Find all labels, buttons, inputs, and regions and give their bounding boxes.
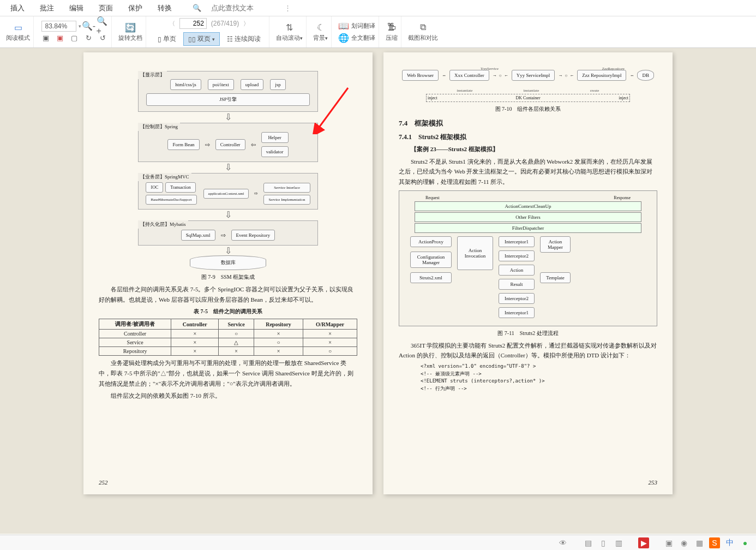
dict-icon[interactable]: 📖 — [338, 21, 349, 32]
table-row: Service×△○× — [99, 338, 357, 347]
sb-s-icon[interactable]: S — [709, 537, 720, 548]
page-input[interactable] — [179, 18, 207, 29]
menu-protect[interactable]: 保护 — [121, 3, 150, 13]
sb-layout2-icon[interactable]: ▯ — [598, 537, 609, 548]
fig-7-9-caption: 图 7-9 SSM 框架集成 — [99, 273, 357, 281]
rotate-group: 🔄 旋转文档 — [115, 16, 146, 47]
control-layer: 【控制层】Spring Form Bean ⇨ Controller ⇦ Hel… — [138, 123, 318, 162]
struts2-diagram: RequestResponse ActionContextCleanUp Oth… — [399, 190, 657, 326]
zoom-group: 83.84% ▾ 🔍- 🔍+ ▣ ▣ ▢ ↻ ↺ — [37, 16, 112, 47]
layout-single[interactable]: ▯单页 — [153, 32, 181, 46]
rotate-cw-icon[interactable]: ↻ — [83, 33, 94, 44]
fulltrans-icon[interactable]: 🌐 — [338, 33, 349, 44]
zoom-value[interactable]: 83.84% — [41, 21, 76, 32]
layout-continuous[interactable]: ☷连续阅读 — [222, 32, 266, 46]
document-view[interactable]: 【显示层】 html/css/js poi/itext upload jsp J… — [0, 48, 756, 534]
status-bar: 👁 ▤ ▯ ▥ ▶ ▣ ◉ ▦ S 中 ● — [0, 535, 756, 550]
read-mode-icon[interactable]: ▭ — [13, 22, 23, 33]
double-page-icon: ▯▯ — [188, 35, 196, 43]
autoscroll-icon[interactable]: ⇅ — [284, 22, 295, 33]
search-area: 🔍 ⋮ — [185, 4, 299, 12]
next-page-icon[interactable]: 〉 — [243, 20, 249, 28]
menu-bar: 插入 批注 编辑 页面 保护 转换 🔍 ⋮ — [0, 0, 756, 16]
chevron-down-icon: ▾ — [212, 37, 215, 42]
para: 各层组件之间的调用关系见表 7-5。多个 SpringIOC 容器之间可以设置为… — [99, 284, 357, 304]
menu-edit[interactable]: 编辑 — [62, 3, 91, 13]
search-icon: 🔍 — [185, 4, 209, 12]
sb-tool1-icon[interactable]: ▣ — [663, 537, 674, 548]
sb-dot-icon[interactable]: ● — [740, 537, 751, 548]
fit-width-icon[interactable]: ▣ — [40, 33, 51, 44]
arrow-down-icon: ⇩ — [135, 114, 321, 121]
fig-7-10-caption: 图 7-10 组件各层依赖关系 — [399, 105, 657, 113]
sb-tool3-icon[interactable]: ▦ — [694, 537, 705, 548]
zoom-out-icon[interactable]: 🔍- — [83, 21, 94, 32]
menu-page[interactable]: 页面 — [91, 3, 121, 13]
compress-icon[interactable]: 🗜 — [386, 22, 397, 33]
database-icon: 数据库 — [190, 255, 266, 270]
section-7-4: 7.4 框架模拟 — [399, 118, 657, 128]
chevron-down-icon: ▾ — [300, 35, 303, 41]
section-7-4-1: 7.4.1 Struts2 框架模拟 — [399, 133, 657, 142]
case-23: 【案例 23——Struts2 框架模拟】 — [399, 144, 657, 154]
table-7-5-title: 表 7-5 组件之间的调用关系 — [99, 308, 357, 315]
moon-icon[interactable]: ☾ — [315, 22, 326, 33]
layout-double[interactable]: ▯▯双页▾ — [183, 32, 220, 46]
page-number: 252 — [99, 479, 108, 486]
rotate-ccw-icon[interactable]: ↺ — [97, 33, 108, 44]
sb-lang-icon[interactable]: 中 — [724, 537, 735, 548]
autoscroll-group: ⇅ 自动滚动▾ — [273, 16, 307, 47]
page-number: 253 — [649, 479, 658, 486]
search-input[interactable] — [211, 4, 277, 12]
code-block: <?xml version="1.0" encoding="UTF-8"? > … — [421, 363, 657, 392]
page-total: (267/419) — [211, 20, 239, 27]
menu-insert[interactable]: 插入 — [3, 3, 32, 13]
actual-size-icon[interactable]: ▢ — [69, 33, 80, 44]
translate-group: 📖划词翻译 🌐全文翻译 — [335, 16, 379, 47]
sb-tool2-icon[interactable]: ◉ — [679, 537, 689, 548]
zoom-in-icon[interactable]: 🔍+ — [97, 21, 107, 32]
menu-annotate[interactable]: 批注 — [32, 3, 62, 13]
arrow-down-icon: ⇩ — [135, 164, 321, 171]
fit-page-icon[interactable]: ▣ — [55, 33, 65, 44]
read-mode-group: ▭ 阅读模式 — [3, 16, 34, 47]
table-row: Repository×××○ — [99, 347, 357, 356]
para: Struts2 不是从 Struts1 演化来的，而是从大名鼎鼎的 Webwor… — [399, 157, 657, 187]
display-layer: 【显示层】 html/css/js poi/itext upload jsp J… — [138, 71, 318, 112]
sb-play-icon[interactable]: ▶ — [638, 537, 649, 548]
rotate-label: 旋转文档 — [118, 34, 142, 42]
menu-convert[interactable]: 转换 — [150, 3, 179, 13]
continuous-icon: ☷ — [227, 35, 233, 43]
table-7-5: 调用者/被调用者ControllerServiceRepositoryO/RMa… — [99, 319, 357, 356]
rotate-doc-icon[interactable]: 🔄 — [125, 22, 136, 33]
table-row: Controller×○×× — [99, 330, 357, 338]
single-page-icon: ▯ — [158, 35, 161, 43]
para: 组件层次之间的依赖关系如图 7-10 所示。 — [99, 391, 357, 401]
compress-group: 🗜 压缩 — [382, 16, 401, 47]
read-mode-label: 阅读模式 — [6, 34, 30, 42]
compare-group: ⧉ 截图和对比 — [405, 16, 441, 47]
page-nav-group: 〈 (267/419) 〉 ▯单页 ▯▯双页▾ ☷连续阅读 — [149, 16, 269, 47]
para: 365IT 学院模拟的主要功能有 Struts2 配置文件解析，通过拦截器链实现… — [399, 340, 657, 361]
page-left: 【显示层】 html/css/js poi/itext upload jsp J… — [83, 52, 373, 494]
page-right: Web Browser↔ Xxx Controller→ ○← Yyy Serv… — [383, 52, 673, 494]
svg-line-0 — [318, 88, 348, 129]
persist-layer: 【持久化层】Mybatis SqlMap.xml ⇨ Event Reposit… — [138, 220, 318, 246]
arrow-down-icon: ⇩ — [135, 212, 321, 218]
prev-page-icon[interactable]: 〈 — [169, 20, 175, 28]
sb-layout3-icon[interactable]: ▥ — [613, 537, 624, 548]
para: 业务逻辑处理构成分为可重用与不可重用的处理，可重用的处理一般放在 SharedS… — [99, 358, 357, 388]
background-group: ☾ 背景▾ — [310, 16, 332, 47]
chevron-down-icon: ▾ — [325, 35, 328, 41]
search-more-icon[interactable]: ⋮ — [277, 4, 299, 12]
zoom-dropdown-icon[interactable]: ▾ — [79, 23, 81, 29]
compare-icon[interactable]: ⧉ — [418, 22, 429, 33]
fig-7-11-caption: 图 7-11 Struts2 处理流程 — [399, 330, 657, 337]
sb-layout1-icon[interactable]: ▤ — [583, 537, 593, 548]
business-layer: 【业务层】SpringMVC IOCTransaction BaseHibern… — [138, 173, 318, 210]
arrow-down-icon: ⇩ — [135, 248, 321, 254]
sb-eye-icon[interactable]: 👁 — [557, 537, 568, 548]
toolbar: ▭ 阅读模式 83.84% ▾ 🔍- 🔍+ ▣ ▣ ▢ ↻ ↺ 🔄 旋转文档 〈… — [0, 16, 756, 48]
